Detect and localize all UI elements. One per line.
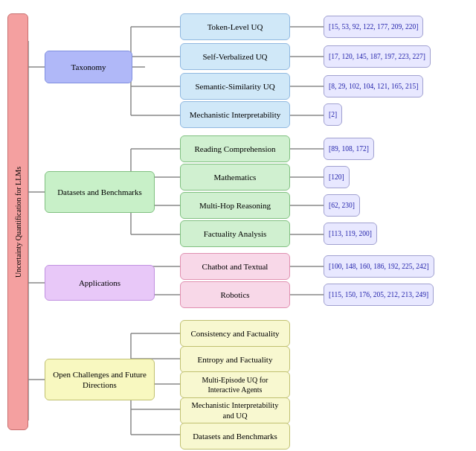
l3-selfverb: Self-Verbalized UQ — [180, 43, 290, 70]
ref-reading: [89, 108, 172] — [324, 138, 374, 160]
l1-taxonomy: Taxonomy — [45, 51, 132, 83]
l3-multiepisode: Multi-Episode UQ for Interactive Agents — [180, 371, 290, 398]
l3-datasets2: Datasets and Benchmarks — [180, 423, 290, 450]
ref-token: [15, 53, 92, 122, 177, 209, 220] — [324, 16, 423, 38]
l3-factuality: Factuality Analysis — [180, 220, 290, 247]
l3-mechanistic: Mechanistic Interpretability — [180, 101, 290, 128]
ref-selfverb: [17, 120, 145, 187, 197, 223, 227] — [324, 45, 431, 68]
ref-robotics: [115, 150, 176, 205, 212, 213, 249] — [324, 284, 434, 306]
l3-entropy: Entropy and Factuality — [180, 346, 290, 373]
l3-consistency: Consistency and Factuality — [180, 320, 290, 347]
l1-challenges: Open Challenges and Future Directions — [45, 359, 155, 400]
ref-mechanistic: [2] — [324, 103, 342, 126]
l1-applications: Applications — [45, 265, 155, 301]
l1-datasets: Datasets and Benchmarks — [45, 171, 155, 213]
l3-multihop: Multi-Hop Reasoning — [180, 192, 290, 219]
l3-chatbot: Chatbot and Textual — [180, 253, 290, 280]
ref-semantic: [8, 29, 102, 104, 121, 165, 215] — [324, 75, 423, 97]
ref-multihop: [62, 230] — [324, 194, 360, 217]
ref-chatbot: [100, 148, 160, 186, 192, 225, 242] — [324, 255, 434, 278]
diagram: Uncertainty Quantification for LLMs Taxo… — [0, 0, 476, 451]
l3-robotics: Robotics — [180, 281, 290, 308]
l3-math: Mathematics — [180, 164, 290, 191]
l3-reading: Reading Comprehension — [180, 135, 290, 162]
l3-mechanistic2: Mechanistic Interpretability and UQ — [180, 397, 290, 424]
root-node: Uncertainty Quantification for LLMs — [7, 13, 28, 430]
ref-math: [120] — [324, 166, 350, 188]
ref-factuality: [113, 119, 200] — [324, 223, 377, 245]
l3-token: Token-Level UQ — [180, 13, 290, 40]
l3-semantic: Semantic-Similarity UQ — [180, 73, 290, 100]
